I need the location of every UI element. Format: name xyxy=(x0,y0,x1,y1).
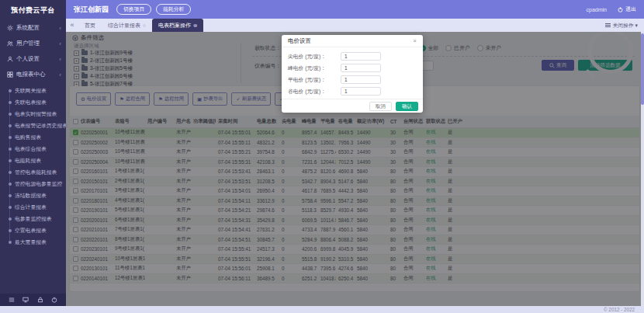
price-field-row: 谷电价 (元/度)： xyxy=(288,85,417,97)
tab-label: 综合计量报表 xyxy=(108,23,140,28)
close-icon[interactable]: × xyxy=(413,37,417,44)
dialog-title: 电价设置 xyxy=(288,37,413,45)
price-field-row: 平电价 (元/度)： xyxy=(288,74,417,85)
confirm-button[interactable]: 确认 xyxy=(396,102,418,111)
price-input-峰电价[interactable] xyxy=(341,64,381,72)
chevron-left-icon: ‹ xyxy=(59,71,61,78)
chevron-left-icon: ‹ xyxy=(59,40,61,47)
price-field-row: 峰电价 (元/度)： xyxy=(288,62,417,74)
sidebar-item-综合计量报表[interactable]: 综合计量报表 xyxy=(0,201,66,213)
copyright: © 2012 - 2022 xyxy=(604,306,635,313)
top-header: 张江创新园 切换项目 能耗分析 cpadmin 退出 xyxy=(66,0,644,19)
energy-analysis-button[interactable]: 能耗分析 xyxy=(156,4,191,15)
sidebar-item-空置电表报表[interactable]: 空置电表报表 xyxy=(0,224,66,236)
tabs-scroll-left[interactable]: « xyxy=(66,19,78,32)
tab-首页[interactable]: 首页 xyxy=(78,19,102,32)
price-field-label: 峰电价 (元/度)： xyxy=(288,64,341,72)
scrollbar-thumb[interactable] xyxy=(641,33,644,105)
lock-icon[interactable] xyxy=(37,297,43,303)
tab-bar: « 首页综合计量报表○电表档案操作⊗ 关闭操作 ▾ xyxy=(66,19,644,32)
chevron-left-icon: ‹ xyxy=(59,56,61,63)
tab-close-icon[interactable]: ⊗ xyxy=(193,23,197,28)
sidebar-item-失联网关报表[interactable]: 失联网关报表 xyxy=(0,85,66,96)
sidebar-group-label: 用户管理 xyxy=(16,40,59,47)
tab-state-icon[interactable]: ○ xyxy=(143,23,146,28)
sidebar-item-电购售报表[interactable]: 电购售报表 xyxy=(0,131,66,143)
sidebar-group-电报表中心[interactable]: 电报表中心‹ xyxy=(0,67,66,82)
project-title: 张江创新园 xyxy=(74,5,109,15)
sidebar-item-管控电源电参量监控[interactable]: 管控电源电参量监控 xyxy=(0,178,66,190)
sidebar-item-电表实时报警报表[interactable]: 电表实时报警报表 xyxy=(0,108,66,120)
users-icon xyxy=(7,40,13,47)
power-icon xyxy=(51,297,57,303)
sidebar-item-电参量监控报表[interactable]: 电参量监控报表 xyxy=(0,213,66,224)
dialog-header: 电价设置 × xyxy=(282,35,423,47)
sidebar-groups: 系统配置‹用户管理‹个人设置‹电报表中心‹ xyxy=(0,20,66,82)
lock-icon xyxy=(37,297,43,303)
power-icon[interactable] xyxy=(51,297,57,303)
sidebar-submenu: 失联网关报表失联电表报表电表实时报警报表电表报警记录历史报表电购售报表电表综合报… xyxy=(0,82,66,248)
cancel-button[interactable]: 取消 xyxy=(369,102,392,111)
sidebar-item-最大需量报表[interactable]: 最大需量报表 xyxy=(0,236,66,248)
chevron-left-icon: ‹ xyxy=(59,25,61,32)
price-input-平电价[interactable] xyxy=(341,75,381,84)
price-settings-dialog: 电价设置 × 尖电价 (元/度)：峰电价 (元/度)：平电价 (元/度)：谷电价… xyxy=(282,35,423,113)
menu-icon xyxy=(9,297,15,303)
price-input-谷电价[interactable] xyxy=(341,87,381,96)
sidebar-item-电表报警记录历史报表[interactable]: 电表报警记录历史报表 xyxy=(0,120,66,131)
price-field-row: 尖电价 (元/度)： xyxy=(288,50,417,62)
price-field-label: 尖电价 (元/度)： xyxy=(288,53,341,61)
tab-label: 电表档案操作 xyxy=(158,23,191,28)
sidebar-group-个人设置[interactable]: 个人设置‹ xyxy=(0,51,66,67)
tabs: 首页综合计量报表○电表档案操作⊗ xyxy=(78,19,203,32)
sidebar-item-管控电表能耗报表[interactable]: 管控电表能耗报表 xyxy=(0,166,66,178)
sidebar-group-label: 电报表中心 xyxy=(16,71,59,78)
price-input-尖电价[interactable] xyxy=(341,52,381,61)
monitor-icon[interactable] xyxy=(23,297,29,303)
tab-电表档案操作[interactable]: 电表档案操作⊗ xyxy=(152,19,203,32)
price-field-label: 平电价 (元/度)： xyxy=(288,76,341,84)
sidebar-item-冻结数据报表[interactable]: 冻结数据报表 xyxy=(0,190,66,201)
sidebar-group-系统配置[interactable]: 系统配置‹ xyxy=(0,20,66,36)
sidebar-item-电能耗报表[interactable]: 电能耗报表 xyxy=(0,155,66,166)
dialog-body: 尖电价 (元/度)：峰电价 (元/度)：平电价 (元/度)：谷电价 (元/度)： xyxy=(282,47,423,97)
page-footer: © 2012 - 2022 xyxy=(0,306,644,313)
user-icon xyxy=(7,56,13,62)
switch-project-button[interactable]: 切换项目 xyxy=(116,4,151,15)
sidebar-group-用户管理[interactable]: 用户管理‹ xyxy=(0,36,66,51)
gear-icon xyxy=(7,25,13,31)
grid-icon xyxy=(7,71,13,78)
dialog-footer: 取消 确认 xyxy=(282,99,423,113)
app-window: 预付费云平台 系统配置‹用户管理‹个人设置‹电报表中心‹ 失联网关报表失联电表报… xyxy=(0,0,644,313)
menu-icon xyxy=(605,23,611,28)
current-user: cpadmin xyxy=(587,7,607,12)
price-field-label: 谷电价 (元/度)： xyxy=(288,88,341,96)
scrollbar[interactable] xyxy=(641,32,644,306)
tab-label: 首页 xyxy=(85,23,95,28)
monitor-icon xyxy=(23,297,29,303)
sidebar: 预付费云平台 系统配置‹用户管理‹个人设置‹电报表中心‹ 失联网关报表失联电表报… xyxy=(0,0,66,294)
power-icon xyxy=(618,7,623,12)
menu-icon[interactable] xyxy=(9,297,15,303)
logout-button[interactable]: 退出 xyxy=(618,5,636,13)
sidebar-item-失联电表报表[interactable]: 失联电表报表 xyxy=(0,96,66,108)
tab-综合计量报表[interactable]: 综合计量报表○ xyxy=(102,19,152,32)
sidebar-item-电表综合报表[interactable]: 电表综合报表 xyxy=(0,143,66,155)
close-operations-dropdown[interactable]: 关闭操作 ▾ xyxy=(605,19,644,32)
sidebar-group-label: 系统配置 xyxy=(16,24,59,32)
sidebar-bottom-bar xyxy=(0,294,66,306)
app-title: 预付费云平台 xyxy=(0,0,66,20)
sidebar-group-label: 个人设置 xyxy=(16,55,59,63)
